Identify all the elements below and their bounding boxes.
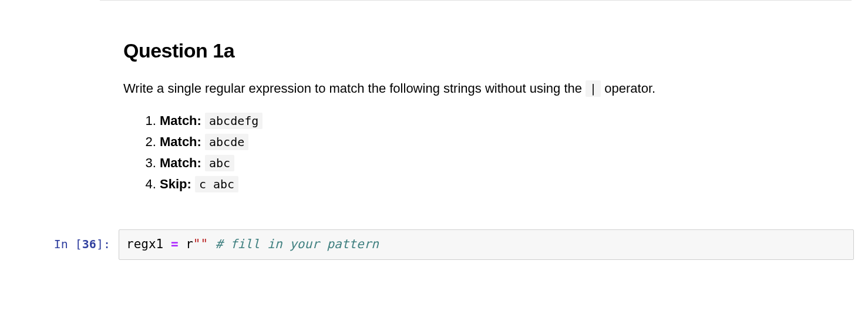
code-cell-row: In [36]: regx1 = r"" # fill in your patt…: [19, 229, 868, 259]
operator-code: |: [586, 80, 601, 97]
question-description: Write a single regular expression to mat…: [123, 79, 834, 98]
item-value: abcde: [205, 134, 248, 150]
item-label: Match:: [160, 113, 201, 128]
item-value: abcdefg: [205, 113, 263, 129]
list-item: Match: abc: [160, 153, 834, 173]
criteria-list: Match: abcdefg Match: abcde Match: abc S…: [160, 111, 834, 194]
code-string-prefix: r: [186, 237, 193, 251]
item-label: Skip:: [160, 177, 191, 191]
prompt-prefix: In [: [54, 237, 82, 251]
question-heading: Question 1a: [123, 36, 834, 66]
prompt-number: 36: [82, 237, 96, 251]
list-item: Match: abcdefg: [160, 111, 834, 131]
list-item: Skip: c abc: [160, 174, 834, 194]
code-operator: =: [171, 237, 179, 251]
code-input-area[interactable]: regx1 = r"" # fill in your pattern: [119, 229, 854, 259]
prompt-suffix: ]:: [96, 237, 110, 251]
item-label: Match:: [160, 155, 201, 170]
list-item: Match: abcde: [160, 132, 834, 152]
item-value: c abc: [195, 176, 238, 192]
description-suffix: operator.: [601, 81, 655, 96]
code-string: "": [193, 237, 208, 251]
code-comment: # fill in your pattern: [216, 237, 379, 251]
item-value: abc: [205, 155, 234, 171]
item-label: Match:: [160, 134, 201, 149]
markdown-cell: Question 1a Write a single regular expre…: [123, 12, 852, 194]
input-prompt: In [36]:: [19, 229, 119, 253]
notebook-container: Question 1a Write a single regular expre…: [0, 1, 868, 260]
description-prefix: Write a single regular expression to mat…: [123, 81, 586, 96]
code-variable: regx1: [126, 237, 163, 251]
